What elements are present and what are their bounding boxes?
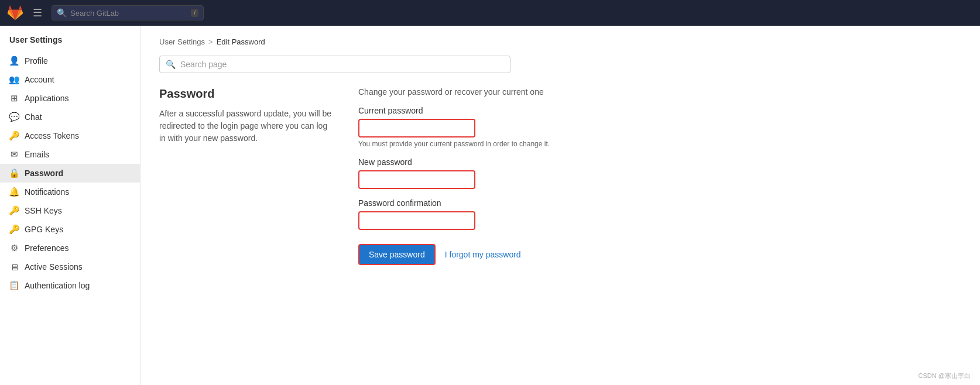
sidebar-item-applications[interactable]: ⊞ Applications xyxy=(0,89,140,108)
section-description: Password After a successful password upd… xyxy=(159,87,335,265)
sidebar-item-label: Notifications xyxy=(25,187,69,197)
profile-icon: 👤 xyxy=(9,56,19,66)
access-tokens-icon: 🔑 xyxy=(9,131,19,140)
new-password-input[interactable] xyxy=(358,170,475,189)
preferences-icon: ⚙ xyxy=(9,243,19,253)
sidebar-item-profile[interactable]: 👤 Profile xyxy=(0,51,140,70)
sidebar-item-label: Chat xyxy=(25,112,42,122)
page-search[interactable]: 🔍 xyxy=(159,56,510,73)
sidebar-item-access-tokens[interactable]: 🔑 Access Tokens xyxy=(0,126,140,145)
password-confirmation-input[interactable] xyxy=(358,211,475,230)
search-input[interactable] xyxy=(70,9,187,18)
search-icon: 🔍 xyxy=(57,8,67,18)
sidebar-item-gpg-keys[interactable]: 🔑 GPG Keys xyxy=(0,220,140,239)
sidebar-item-ssh-keys[interactable]: 🔑 SSH Keys xyxy=(0,201,140,220)
forgot-password-link[interactable]: I forgot my password xyxy=(445,250,521,259)
breadcrumb-parent[interactable]: User Settings xyxy=(159,37,205,46)
sidebar-item-preferences[interactable]: ⚙ Preferences xyxy=(0,239,140,257)
breadcrumb: User Settings > Edit Password xyxy=(159,37,961,46)
page-search-icon: 🔍 xyxy=(166,60,176,69)
sidebar-item-authentication-log[interactable]: 📋 Authentication log xyxy=(0,276,140,295)
main-content: User Settings > Edit Password 🔍 Password… xyxy=(141,26,980,385)
password-confirmation-group: Password confirmation xyxy=(358,198,961,230)
sidebar-item-label: Account xyxy=(25,75,54,84)
section-title: Password xyxy=(159,87,335,101)
sidebar-item-label: Profile xyxy=(25,56,48,66)
sidebar-item-label: Access Tokens xyxy=(25,131,79,140)
ssh-keys-icon: 🔑 xyxy=(9,206,19,215)
notifications-icon: 🔔 xyxy=(9,187,19,197)
sidebar-item-label: Preferences xyxy=(25,243,68,253)
form-actions: Save password I forgot my password xyxy=(358,244,961,265)
search-slash-key: / xyxy=(191,9,198,17)
sidebar-item-label: Password xyxy=(25,169,63,178)
sidebar-item-chat[interactable]: 💬 Chat xyxy=(0,108,140,126)
content-grid: Password After a successful password upd… xyxy=(159,87,961,265)
page-search-input[interactable] xyxy=(180,60,504,69)
save-password-button[interactable]: Save password xyxy=(358,244,436,265)
chat-icon: 💬 xyxy=(9,112,19,122)
current-password-label: Current password xyxy=(358,106,961,115)
form-section-title: Change your password or recover your cur… xyxy=(358,87,961,97)
top-navigation: ☰ 🔍 / xyxy=(0,0,980,26)
password-confirmation-label: Password confirmation xyxy=(358,198,961,208)
sidebar-item-notifications[interactable]: 🔔 Notifications xyxy=(0,183,140,201)
authentication-log-icon: 📋 xyxy=(9,281,19,290)
sidebar-item-account[interactable]: 👥 Account xyxy=(0,70,140,89)
sidebar-item-label: Active Sessions xyxy=(25,262,83,271)
sidebar-item-active-sessions[interactable]: 🖥 Active Sessions xyxy=(0,257,140,276)
global-search[interactable]: 🔍 / xyxy=(52,5,204,20)
applications-icon: ⊞ xyxy=(9,94,19,103)
emails-icon: ✉ xyxy=(9,150,19,159)
account-icon: 👥 xyxy=(9,75,19,84)
new-password-group: New password xyxy=(358,157,961,189)
password-form: Change your password or recover your cur… xyxy=(358,87,961,265)
current-password-input[interactable] xyxy=(358,119,475,138)
sidebar-item-label: Applications xyxy=(25,94,69,103)
menu-icon[interactable]: ☰ xyxy=(30,4,44,22)
sidebar-item-label: Emails xyxy=(25,150,49,159)
page-layout: User Settings 👤 Profile 👥 Account ⊞ Appl… xyxy=(0,26,980,385)
current-password-group: Current password You must provide your c… xyxy=(358,106,961,148)
new-password-label: New password xyxy=(358,157,961,167)
breadcrumb-current: Edit Password xyxy=(217,37,265,46)
section-desc: After a successful password update, you … xyxy=(159,108,335,145)
sidebar-item-password[interactable]: 🔒 Password xyxy=(0,164,140,183)
watermark: CSDN @寒山李白 xyxy=(919,372,971,380)
breadcrumb-separator: > xyxy=(208,37,213,46)
sidebar-item-label: GPG Keys xyxy=(25,225,63,234)
gitlab-logo[interactable] xyxy=(7,5,23,21)
active-sessions-icon: 🖥 xyxy=(9,262,19,271)
sidebar-title: User Settings xyxy=(0,35,140,51)
sidebar: User Settings 👤 Profile 👥 Account ⊞ Appl… xyxy=(0,26,141,385)
sidebar-item-label: Authentication log xyxy=(25,281,90,290)
password-icon: 🔒 xyxy=(9,169,19,178)
current-password-hint: You must provide your current password i… xyxy=(358,140,961,148)
sidebar-item-emails[interactable]: ✉ Emails xyxy=(0,145,140,164)
gpg-keys-icon: 🔑 xyxy=(9,225,19,234)
sidebar-item-label: SSH Keys xyxy=(25,206,62,215)
